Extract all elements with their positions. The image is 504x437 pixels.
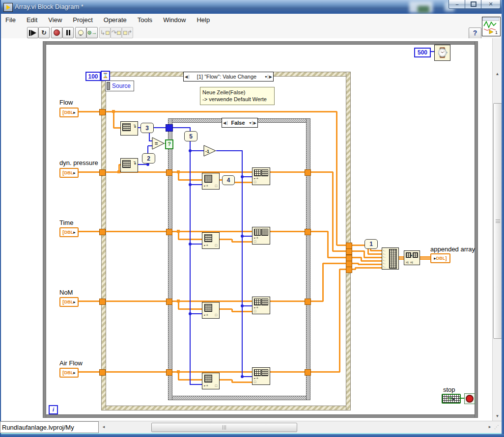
- time-terminal[interactable]: [DBL▸: [59, 227, 79, 237]
- flow-terminal[interactable]: [DBL▸: [59, 108, 79, 117]
- index-array-icon: ▪·+: [204, 384, 208, 387]
- index-array-node[interactable]: ▪·+ □: [202, 302, 220, 319]
- transpose-arrow-icon: ▸: [411, 253, 413, 257]
- horizontal-scrollbar-thumb[interactable]: [151, 423, 297, 432]
- free-label-comment[interactable]: Neue Zeile(False) -> verwende Default We…: [200, 87, 275, 105]
- retain-wire-values-button[interactable]: ⊙→: [86, 27, 98, 38]
- abort-button[interactable]: [51, 27, 62, 38]
- transpose-2d-array-node[interactable]: ▸ xij xij: [404, 250, 420, 265]
- chevron-down-icon[interactable]: ▼: [249, 121, 252, 125]
- replace-array-subset-node[interactable]: ▪·+ □: [252, 367, 270, 385]
- title-bar[interactable]: Array.vi Block Diagram * – ✕: [0, 0, 504, 14]
- numeric-constant[interactable]: 4: [222, 175, 235, 185]
- replace-array-subset-node[interactable]: ▪·+ □: [252, 227, 270, 245]
- case-structure-border-bottom: [168, 396, 310, 400]
- close-button[interactable]: ✕: [481, 0, 501, 9]
- replace-array-subset-icon: ▪·+: [254, 177, 258, 180]
- scroll-up-icon[interactable]: ▲: [493, 72, 502, 76]
- junction-dot: [177, 370, 180, 373]
- numeric-constant[interactable]: 1: [364, 239, 378, 249]
- wire: [190, 313, 202, 314]
- tunnel: [305, 229, 311, 235]
- junction-dot: [241, 235, 244, 238]
- event-data-node[interactable]: Source: [105, 81, 134, 91]
- menu-operate[interactable]: Operate: [98, 16, 132, 24]
- glass-blob: [418, 6, 429, 13]
- scroll-left-icon[interactable]: ◂: [100, 424, 107, 429]
- wait-ms-node[interactable]: ⌚: [434, 45, 450, 61]
- menu-help[interactable]: Help: [191, 16, 215, 24]
- step-into-button[interactable]: ↳: [99, 27, 111, 38]
- case-selector[interactable]: ◀ False ▼ ▶: [222, 118, 258, 128]
- array-size-node[interactable]: ↴: [120, 121, 138, 136]
- vertical-scrollbar[interactable]: ▲ ▼: [492, 38, 502, 422]
- menu-edit[interactable]: Edit: [21, 16, 43, 24]
- timeout-constant[interactable]: 100: [85, 72, 101, 81]
- resize-grip-icon[interactable]: ⋰: [494, 424, 501, 432]
- maximize-button[interactable]: [465, 0, 482, 9]
- loop-iteration-terminal[interactable]: i: [49, 405, 58, 414]
- tunnel: [99, 299, 106, 305]
- nom-terminal[interactable]: [DBL▸: [59, 297, 79, 307]
- prev-case-icon[interactable]: ◀: [184, 75, 189, 79]
- step-out-button[interactable]: ↱: [122, 27, 133, 38]
- replace-array-subset-node[interactable]: ▪·+ □: [252, 167, 270, 185]
- next-case-icon[interactable]: ▶: [252, 121, 257, 125]
- index-array-node[interactable]: ▪·+ □: [202, 232, 220, 249]
- junction-dot: [177, 300, 180, 302]
- run-icon: [29, 30, 30, 36]
- menu-tools[interactable]: Tools: [132, 16, 158, 24]
- timeout-hourglass-terminal[interactable]: ⌛: [101, 71, 110, 81]
- index-array-node[interactable]: ▪·+ □: [202, 173, 220, 190]
- event-structure-border-right: [346, 72, 350, 410]
- index-array-node[interactable]: ▪·+ □: [202, 373, 220, 389]
- junction-dot: [189, 183, 192, 186]
- menu-window[interactable]: Window: [158, 16, 191, 24]
- pause-button[interactable]: [62, 27, 74, 38]
- scroll-right-icon[interactable]: ▸: [486, 424, 493, 429]
- scroll-down-icon[interactable]: ▼: [493, 414, 502, 418]
- dyn-pressure-terminal[interactable]: [DBL▸: [59, 168, 79, 178]
- vi-icon[interactable]: 1: [482, 17, 501, 36]
- wait-ms-constant[interactable]: 500: [414, 48, 431, 57]
- menu-view[interactable]: View: [43, 16, 67, 24]
- stop-terminal[interactable]: TF▸: [442, 394, 461, 404]
- prev-case-icon[interactable]: ◀: [222, 121, 227, 125]
- vertical-scrollbar-thumb[interactable]: [493, 103, 502, 339]
- tunnel: [166, 229, 172, 235]
- run-continuously-button[interactable]: ↻: [38, 27, 50, 38]
- time-label: Time: [59, 219, 73, 226]
- tunnel: [166, 124, 173, 132]
- equal-node[interactable]: =: [152, 137, 165, 150]
- menu-project[interactable]: Project: [67, 16, 98, 24]
- array-size-node[interactable]: ↴: [120, 158, 138, 172]
- loop-condition-terminal[interactable]: [464, 393, 475, 404]
- numeric-constant[interactable]: 5: [184, 131, 197, 141]
- decrement-node[interactable]: -1: [203, 145, 217, 157]
- highlight-execution-button[interactable]: [75, 27, 86, 38]
- while-loop-border-right: [475, 42, 477, 417]
- status-bar-context[interactable]: Rundlaufanlage.lvproj/My Computer: [0, 421, 99, 433]
- next-case-icon[interactable]: ▶: [268, 75, 273, 79]
- numeric-constant[interactable]: 2: [142, 153, 155, 164]
- numeric-constant[interactable]: 3: [140, 123, 154, 133]
- appended-array-indicator[interactable]: ▸DBL]: [430, 253, 450, 263]
- replace-array-subset-node[interactable]: ▪·+ □: [252, 297, 270, 314]
- wire: [76, 111, 337, 112]
- event-selector[interactable]: ◀ [1] "Flow": Value Change ▼ ▶: [183, 72, 274, 82]
- stop-sign-icon: [466, 395, 474, 403]
- run-button[interactable]: [27, 27, 38, 38]
- minimize-button[interactable]: –: [448, 0, 466, 9]
- window-border-left: [0, 0, 1, 437]
- air-flow-terminal[interactable]: [DBL▸: [59, 368, 79, 378]
- wire: [322, 263, 324, 301]
- context-help-button[interactable]: ?: [469, 27, 481, 39]
- wire: [231, 309, 233, 312]
- while-loop-border-left: [43, 42, 46, 417]
- build-array-node[interactable]: ▫‥▫‥▫‥▫‥▫‥▫‥: [382, 247, 399, 270]
- wire: [332, 172, 334, 251]
- chevron-down-icon[interactable]: ▼: [264, 75, 268, 79]
- step-over-button[interactable]: ↷: [111, 27, 122, 38]
- index-array-icon: ▪·+: [204, 313, 208, 317]
- menu-file[interactable]: File: [0, 16, 21, 24]
